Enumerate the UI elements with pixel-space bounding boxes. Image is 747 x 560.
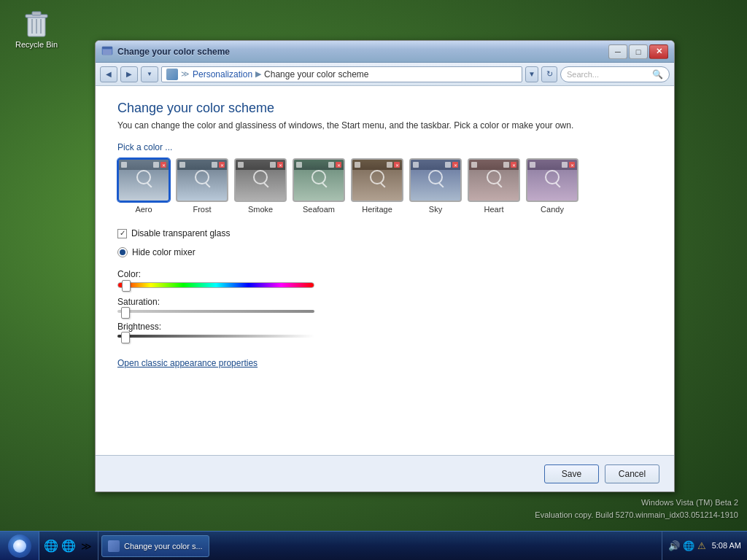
- show-desktop-icon[interactable]: ≫: [79, 539, 93, 553]
- swatch-body-heritage: [352, 170, 402, 184]
- swatch-search-icon-heart: [487, 170, 501, 184]
- swatch-sky[interactable]: ✕ Sky: [409, 158, 462, 214]
- system-tray: 🔊 🌐 ⚠: [668, 540, 706, 551]
- swatch-min-frost: [179, 162, 185, 168]
- swatch-label-heart: Heart: [484, 205, 504, 214]
- swatch-label-candy: Candy: [541, 205, 564, 214]
- swatch-max-heritage: [387, 162, 392, 168]
- pick-color-label[interactable]: Pick a color ...: [117, 142, 652, 152]
- recycle-bin-label: Recycle Bin: [15, 40, 58, 49]
- swatch-label-frost: Frost: [193, 205, 211, 214]
- window-footer: Save Cancel: [96, 455, 674, 491]
- window-controls: ─ □ ✕: [608, 44, 668, 59]
- swatch-preview-frost: ✕: [176, 158, 228, 202]
- address-path[interactable]: ≫ Personalization ▶ Change your color sc…: [161, 66, 522, 82]
- swatch-preview-sky: ✕: [409, 158, 462, 202]
- tray-icon-1: 🔊: [668, 540, 680, 551]
- color-slider-section: Color:: [117, 269, 652, 288]
- swatch-heritage[interactable]: ✕ Heritage: [351, 158, 403, 214]
- forward-button[interactable]: ▶: [120, 66, 138, 82]
- swatch-search-icon-frost: [195, 170, 209, 184]
- swatch-preview-aero: ✕: [117, 158, 170, 202]
- color-slider-thumb[interactable]: [122, 280, 131, 292]
- swatch-min-seafoam: [296, 162, 302, 168]
- taskbar-item-label: Change your color s...: [124, 542, 203, 551]
- saturation-slider-section: Saturation:: [117, 297, 652, 313]
- brightness-slider-track[interactable]: [117, 335, 314, 338]
- back-button[interactable]: ◀: [100, 66, 117, 82]
- browser-icon[interactable]: 🌐: [61, 539, 76, 553]
- swatch-heart[interactable]: ✕ Heart: [468, 158, 520, 214]
- saturation-slider-track[interactable]: [117, 310, 314, 313]
- swatch-search-icon-candy: [545, 170, 560, 184]
- classic-appearance-link[interactable]: Open classic appearance properties: [117, 358, 258, 368]
- taskbar-right: 🔊 🌐 ⚠ 5:08 AM: [662, 532, 747, 560]
- swatch-search-icon-aero: [136, 170, 151, 184]
- disable-glass-checkbox[interactable]: [117, 229, 127, 238]
- brightness-slider-thumb[interactable]: [121, 332, 130, 343]
- search-placeholder: Search...: [567, 70, 599, 79]
- swatch-preview-heritage: ✕: [351, 158, 403, 202]
- swatch-label-smoke: Smoke: [248, 205, 273, 214]
- swatch-preview-heart: ✕: [468, 158, 520, 202]
- swatch-max-aero: [153, 162, 159, 168]
- swatch-max-frost: [212, 162, 217, 168]
- swatch-close-heritage: ✕: [394, 162, 400, 168]
- swatch-body-smoke: [236, 170, 285, 184]
- ie-icon[interactable]: 🌐: [44, 539, 58, 553]
- swatch-body-heart: [469, 170, 519, 184]
- swatch-label-aero: Aero: [135, 205, 152, 214]
- breadcrumb-personalization[interactable]: Personalization: [193, 69, 252, 79]
- swatch-preview-smoke: ✕: [234, 158, 287, 202]
- swatch-close-frost: ✕: [219, 162, 225, 168]
- start-button[interactable]: [0, 532, 39, 561]
- swatch-aero[interactable]: ✕ Aero: [117, 158, 170, 214]
- color-slider-track[interactable]: [117, 282, 314, 288]
- saturation-slider-thumb[interactable]: [121, 307, 130, 319]
- taskbar-window-item[interactable]: Change your color s...: [101, 535, 209, 557]
- content-area: Change your color scheme You can change …: [96, 86, 674, 455]
- color-slider-label: Color:: [117, 269, 652, 279]
- swatch-search-icon-seafoam: [311, 170, 326, 184]
- swatch-max-seafoam: [328, 162, 334, 168]
- swatch-label-seafoam: Seafoam: [303, 205, 335, 214]
- page-title: Change your color scheme: [117, 101, 652, 116]
- maximize-button[interactable]: □: [629, 44, 648, 59]
- swatch-body-candy: [527, 170, 577, 184]
- tray-icon-3: ⚠: [697, 540, 706, 551]
- swatch-close-heart: ✕: [511, 162, 516, 168]
- window-icon: [101, 46, 113, 58]
- swatch-seafoam[interactable]: ✕ Seafoam: [293, 158, 345, 214]
- swatch-label-sky: Sky: [429, 205, 442, 214]
- hide-mixer-label: Hide color mixer: [132, 247, 196, 257]
- disable-glass-row: Disable transparent glass: [117, 228, 652, 238]
- hide-mixer-row: Hide color mixer: [117, 247, 652, 257]
- swatch-candy[interactable]: ✕ Candy: [526, 158, 578, 214]
- search-icon: 🔍: [652, 69, 663, 79]
- hide-mixer-radio[interactable]: [117, 247, 128, 257]
- address-dropdown-button[interactable]: ▼: [525, 66, 538, 82]
- swatch-search-icon-heritage: [370, 170, 384, 184]
- swatch-frost[interactable]: ✕ Frost: [176, 158, 228, 214]
- search-box[interactable]: Search... 🔍: [560, 66, 670, 82]
- recycle-bin-icon[interactable]: Recycle Bin: [11, 7, 62, 49]
- swatch-max-smoke: [270, 162, 276, 168]
- recent-button[interactable]: ▼: [141, 66, 158, 82]
- swatch-smoke[interactable]: ✕ Smoke: [234, 158, 287, 214]
- path-icon: [166, 69, 178, 80]
- quick-launch: 🌐 🌐 ≫: [39, 532, 98, 560]
- svg-rect-7: [102, 47, 112, 49]
- swatch-body-aero: [119, 170, 169, 184]
- save-button[interactable]: Save: [544, 464, 599, 483]
- swatch-close-candy: ✕: [569, 162, 575, 168]
- taskbar-item-icon: [108, 540, 120, 552]
- refresh-button[interactable]: ↻: [541, 66, 557, 82]
- cancel-button[interactable]: Cancel: [605, 464, 659, 483]
- swatch-preview-seafoam: ✕: [293, 158, 345, 202]
- desktop: Recycle Bin Change your color scheme ─ □…: [0, 0, 747, 560]
- clock[interactable]: 5:08 AM: [712, 540, 741, 551]
- swatch-close-seafoam: ✕: [336, 162, 341, 168]
- watermark: Windows Vista (TM) Beta 2 Evaluation cop…: [526, 494, 747, 524]
- close-button[interactable]: ✕: [649, 44, 668, 59]
- minimize-button[interactable]: ─: [608, 44, 627, 59]
